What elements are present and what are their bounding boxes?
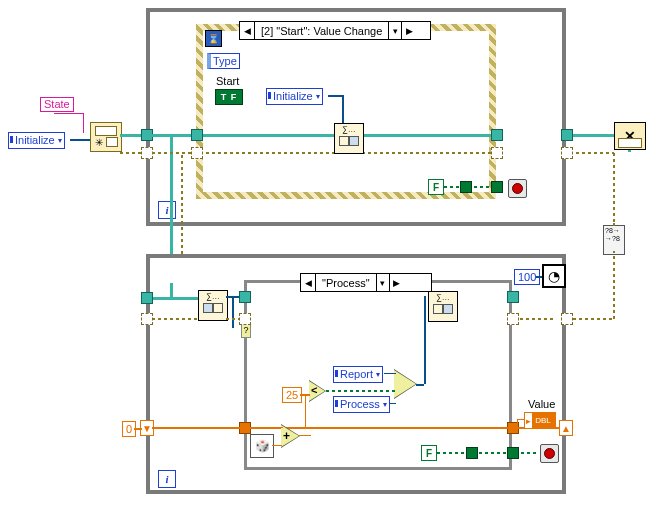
wire: [170, 283, 173, 297]
wire: [152, 152, 496, 154]
event-next[interactable]: ▶: [401, 22, 416, 39]
stop-terminal-top: [508, 179, 527, 198]
wait-ms: [542, 264, 566, 288]
wire: [613, 222, 615, 226]
loop-iteration-top: i: [158, 201, 176, 219]
event-data-type: Type: [207, 53, 240, 69]
enqueue-element-subvi: ∑…: [334, 123, 364, 154]
tunnel: [239, 291, 251, 303]
wire: [299, 435, 311, 436]
wire: [613, 251, 615, 319]
tunnel-bool: [491, 181, 503, 193]
tunnel: [507, 291, 519, 303]
wire: [437, 452, 539, 454]
obtain-queue: ✳: [90, 122, 122, 152]
enum-initialize-event[interactable]: Initialize: [266, 88, 323, 105]
enqueue-element-subvi-bot: ∑…: [428, 291, 458, 322]
event-structure: [196, 24, 496, 199]
wire: [328, 95, 343, 97]
tunnel: [507, 313, 519, 325]
wire: [232, 296, 234, 328]
tunnel-queue-out-top: [561, 129, 573, 141]
labview-diagram: State Initialize ✳ ✕ i ⌛ ◀ [2] "Start": …: [0, 0, 654, 507]
wire-blue: [70, 139, 90, 141]
wire: [384, 373, 396, 374]
tunnel: [239, 313, 251, 325]
enum-report[interactable]: Report: [333, 366, 383, 383]
wire-shift: [152, 427, 559, 429]
wire: [152, 134, 496, 137]
tunnel: [141, 313, 153, 325]
shift-reg-right: ▲: [559, 420, 573, 436]
wire: [326, 390, 396, 392]
start-label: Start: [216, 75, 239, 87]
dequeue-element-subvi: ∑…: [198, 290, 228, 321]
wire-error: [613, 152, 615, 222]
wire: [272, 445, 282, 446]
wire: [152, 318, 200, 320]
tunnel: [561, 313, 573, 325]
wire: [305, 394, 306, 428]
false-const-event: F: [428, 179, 444, 195]
event-dropdown[interactable]: ▾: [388, 22, 401, 39]
wire: [536, 276, 542, 278]
tunnel: [191, 147, 203, 159]
wire: [424, 296, 426, 384]
enum-initialize[interactable]: Initialize: [8, 132, 65, 149]
case-prev[interactable]: ◀: [301, 274, 316, 291]
wire: [249, 427, 283, 428]
wire: [517, 419, 518, 428]
wire: [134, 428, 142, 430]
case-dropdown[interactable]: ▾: [376, 274, 389, 291]
wire: [517, 419, 525, 420]
dbl-indicator: ▸DBL: [524, 412, 556, 429]
wire-bool: [444, 186, 494, 188]
event-timeout-tab: ⌛: [205, 30, 222, 47]
event-selector-label: [2] "Start": Value Change: [255, 25, 388, 37]
tf-const-start: T F: [215, 89, 243, 105]
release-queue: ✕: [614, 122, 646, 150]
tunnel-error-out-top: [561, 147, 573, 159]
event-prev[interactable]: ◀: [240, 22, 255, 39]
stop-terminal-bot: [540, 444, 559, 463]
case-selector-label: "Process": [316, 277, 376, 289]
wire: [390, 403, 396, 404]
enum-process[interactable]: Process: [333, 396, 390, 413]
false-const-case: F: [421, 445, 437, 461]
state-type-label: State: [40, 97, 74, 112]
tunnel: [191, 129, 203, 141]
wire-pink: [83, 113, 84, 133]
select-node: [394, 370, 416, 398]
case-selector[interactable]: ◀ "Process" ▾ ▶: [300, 273, 432, 292]
event-selector[interactable]: ◀ [2] "Start": Value Change ▾ ▶: [239, 21, 431, 40]
loop-iteration-bot: i: [158, 470, 176, 488]
random-number: 🎲: [250, 434, 274, 458]
case-next[interactable]: ▶: [389, 274, 404, 291]
tunnel: [466, 447, 478, 459]
wire-pink: [54, 113, 84, 114]
wire: [416, 384, 424, 386]
tunnel: [491, 147, 503, 159]
value-label: Value: [528, 398, 555, 410]
tunnel: [141, 292, 153, 304]
tunnel: [491, 129, 503, 141]
